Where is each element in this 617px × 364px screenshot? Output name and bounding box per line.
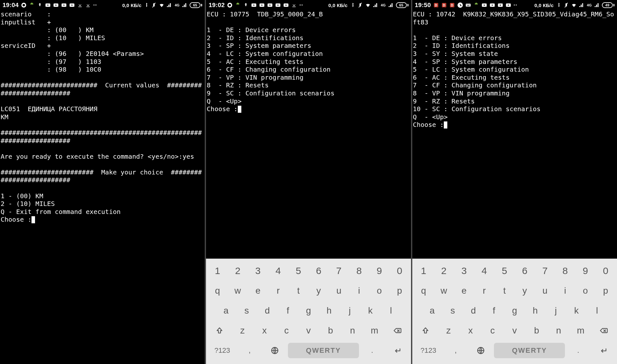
key-shift[interactable] — [208, 322, 231, 339]
key-y[interactable]: y — [309, 282, 328, 299]
key-8[interactable]: 8 — [350, 262, 369, 279]
key-backspace[interactable] — [592, 322, 615, 339]
key-space[interactable]: QWERTY — [288, 343, 359, 358]
key-l[interactable]: l — [381, 302, 400, 319]
key-t[interactable]: t — [289, 282, 308, 299]
choose-prompt: Choose : — [1, 216, 204, 224]
key-4[interactable]: 4 — [475, 262, 494, 279]
kbd-row: ?123 , QWERTY . — [414, 342, 616, 359]
key-5[interactable]: 5 — [289, 262, 308, 279]
key-a[interactable]: a — [423, 302, 442, 319]
key-8[interactable]: 8 — [556, 262, 575, 279]
key-5[interactable]: 5 — [495, 262, 514, 279]
key-9[interactable]: 9 — [576, 262, 595, 279]
key-t[interactable]: t — [495, 282, 514, 299]
key-s[interactable]: s — [237, 302, 256, 319]
status-mute-icon — [151, 2, 157, 8]
key-j[interactable]: j — [546, 302, 566, 319]
key-f[interactable]: f — [484, 302, 504, 319]
key-f[interactable]: f — [278, 302, 298, 319]
key-c[interactable]: c — [276, 322, 297, 339]
key-q[interactable]: q — [208, 282, 227, 299]
key-i[interactable]: i — [556, 282, 575, 299]
notif-icon-yt — [61, 2, 67, 8]
soft-keyboard[interactable]: 1234567890qwertyuiopasdfghjklzxcvbnm ?12… — [412, 259, 617, 364]
key-b[interactable]: b — [526, 322, 547, 339]
key-q[interactable]: q — [414, 282, 433, 299]
key-3[interactable]: 3 — [455, 262, 474, 279]
soft-keyboard[interactable]: 1234567890qwertyuiopasdfghjklzxcvbnm ?12… — [206, 259, 411, 364]
key-k[interactable]: k — [361, 302, 380, 319]
key-enter[interactable] — [591, 342, 615, 359]
key-g[interactable]: g — [299, 302, 318, 319]
key-r[interactable]: r — [475, 282, 494, 299]
key-1[interactable]: 1 — [414, 262, 433, 279]
key-4[interactable]: 4 — [269, 262, 288, 279]
key-comma[interactable]: , — [444, 342, 468, 359]
key-language[interactable] — [469, 342, 493, 359]
terminal-output[interactable]: ECU : 10742 K9K832_K9K836_X95_SID305_Vdi… — [412, 10, 617, 259]
menu-item-10: 10 - SC : Configuration scenarios — [413, 105, 616, 113]
key-enter[interactable] — [385, 342, 409, 359]
key-o[interactable]: o — [576, 282, 595, 299]
key-k[interactable]: k — [567, 302, 586, 319]
key-6[interactable]: 6 — [309, 262, 328, 279]
key-d[interactable]: d — [464, 302, 483, 319]
key-s[interactable]: s — [443, 302, 462, 319]
key-z[interactable]: z — [438, 322, 459, 339]
key-space[interactable]: QWERTY — [494, 343, 565, 358]
key-p[interactable]: p — [390, 282, 409, 299]
key-x[interactable]: x — [460, 322, 481, 339]
key-j[interactable]: j — [340, 302, 359, 319]
key-b[interactable]: b — [320, 322, 341, 339]
terminal-output[interactable]: scenario :inputlist + : (00 ) KM : (10 )… — [0, 10, 205, 364]
key-l[interactable]: l — [587, 302, 607, 319]
key-g[interactable]: g — [505, 302, 524, 319]
key-m[interactable]: m — [364, 322, 385, 339]
key-2[interactable]: 2 — [228, 262, 247, 279]
key-0[interactable]: 0 — [390, 262, 409, 279]
key-o[interactable]: o — [370, 282, 389, 299]
key-v[interactable]: v — [504, 322, 525, 339]
key-p[interactable]: p — [596, 282, 615, 299]
key-comma[interactable]: , — [238, 342, 262, 359]
key-7[interactable]: 7 — [329, 262, 348, 279]
key-e[interactable]: e — [248, 282, 267, 299]
key-a[interactable]: a — [216, 302, 236, 319]
key-w[interactable]: w — [228, 282, 247, 299]
key-6[interactable]: 6 — [515, 262, 534, 279]
terminal-output[interactable]: ECU : 10775 TDB_J95_0000_24_B 1 - DE : D… — [206, 10, 411, 259]
notif-more-icon: ·· — [514, 2, 517, 9]
key-z[interactable]: z — [232, 322, 253, 339]
key-2[interactable]: 2 — [434, 262, 453, 279]
key-backspace[interactable] — [386, 322, 409, 339]
key-0[interactable]: 0 — [596, 262, 615, 279]
key-n[interactable]: n — [342, 322, 363, 339]
key-d[interactable]: d — [258, 302, 277, 319]
key-h[interactable]: h — [525, 302, 545, 319]
key-9[interactable]: 9 — [370, 262, 389, 279]
key-1[interactable]: 1 — [208, 262, 227, 279]
notif-icon-yt — [45, 2, 51, 8]
key-symbols[interactable]: ?123 — [208, 342, 237, 359]
key-e[interactable]: e — [455, 282, 474, 299]
key-v[interactable]: v — [298, 322, 319, 339]
key-period[interactable]: . — [566, 342, 590, 359]
key-period[interactable]: . — [360, 342, 384, 359]
key-i[interactable]: i — [350, 282, 369, 299]
key-w[interactable]: w — [434, 282, 453, 299]
key-h[interactable]: h — [319, 302, 339, 319]
key-language[interactable] — [263, 342, 287, 359]
key-r[interactable]: r — [269, 282, 288, 299]
key-u[interactable]: u — [535, 282, 554, 299]
key-7[interactable]: 7 — [535, 262, 554, 279]
key-c[interactable]: c — [482, 322, 503, 339]
key-y[interactable]: y — [515, 282, 534, 299]
key-3[interactable]: 3 — [248, 262, 267, 279]
key-m[interactable]: m — [570, 322, 591, 339]
key-shift[interactable] — [414, 322, 437, 339]
key-symbols[interactable]: ?123 — [414, 342, 443, 359]
key-u[interactable]: u — [329, 282, 348, 299]
key-n[interactable]: n — [548, 322, 569, 339]
key-x[interactable]: x — [254, 322, 275, 339]
